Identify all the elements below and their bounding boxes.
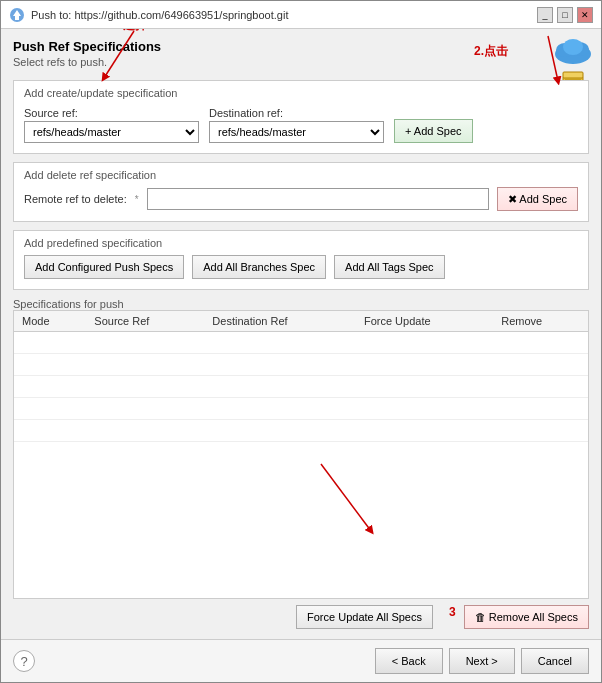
- title-bar-controls: _ □ ✕: [537, 7, 593, 23]
- create-update-label: Add create/update specification: [24, 87, 578, 99]
- push-window: Push to: https://github.com/649663951/sp…: [0, 0, 602, 683]
- force-update-all-specs-button[interactable]: Force Update All Specs: [296, 605, 433, 629]
- predefined-label: Add predefined specification: [24, 237, 578, 249]
- col-mode: Mode: [14, 311, 86, 332]
- col-force-update: Force Update: [356, 311, 493, 332]
- specs-footer: Force Update All Specs 3 🗑 Remove All Sp…: [13, 599, 589, 629]
- annotation-1: 1.选择master: [113, 29, 186, 34]
- table-row: [14, 332, 588, 354]
- source-ref-label: Source ref:: [24, 107, 199, 119]
- window-title: Push to: https://github.com/649663951/sp…: [31, 9, 288, 21]
- add-spec-button[interactable]: + Add Spec: [394, 119, 473, 143]
- table-row: [14, 398, 588, 420]
- cancel-button[interactable]: Cancel: [521, 648, 589, 674]
- remote-ref-delete-input[interactable]: [147, 188, 489, 210]
- help-button[interactable]: ?: [13, 650, 35, 672]
- bottom-bar: ? < Back Next > Cancel: [1, 639, 601, 682]
- delete-spec-label: Add delete ref specification: [24, 169, 578, 181]
- col-dest-ref: Destination Ref: [204, 311, 356, 332]
- svg-rect-7: [563, 72, 583, 78]
- table-row: [14, 354, 588, 376]
- title-bar: Push to: https://github.com/649663951/sp…: [1, 1, 601, 29]
- specs-table: Mode Source Ref Destination Ref Force Up…: [14, 311, 588, 442]
- predefined-buttons-row: Add Configured Push Specs Add All Branch…: [24, 255, 578, 279]
- table-row: [14, 420, 588, 442]
- source-ref-group: Source ref: refs/heads/master: [24, 107, 199, 143]
- delete-form-row: Remote ref to delete: * ✖ Add Spec: [24, 187, 578, 211]
- source-ref-select[interactable]: refs/heads/master: [24, 121, 199, 143]
- add-predefined-section: Add predefined specification Add Configu…: [13, 230, 589, 290]
- col-source-ref: Source Ref: [86, 311, 204, 332]
- add-create-update-section: Add create/update specification 2.点击: [13, 80, 589, 154]
- remote-ref-delete-label: Remote ref to delete:: [24, 193, 127, 205]
- create-update-form-row: Source ref: refs/heads/master Destinatio…: [24, 105, 578, 143]
- specs-for-push-label: Specifications for push: [13, 298, 589, 310]
- title-bar-left: Push to: https://github.com/649663951/sp…: [9, 7, 288, 23]
- git-push-icon: [9, 7, 25, 23]
- specs-for-push-section: Specifications for push Mode Source Ref …: [13, 298, 589, 629]
- minimize-button[interactable]: _: [537, 7, 553, 23]
- dest-ref-group: Destination ref: refs/heads/master: [209, 107, 384, 143]
- main-content: Push Ref Specifications Select refs to p…: [1, 29, 601, 639]
- dest-ref-label: Destination ref:: [209, 107, 384, 119]
- specs-table-head: Mode Source Ref Destination Ref Force Up…: [14, 311, 588, 332]
- add-all-branches-spec-button[interactable]: Add All Branches Spec: [192, 255, 326, 279]
- table-row: [14, 376, 588, 398]
- annotation-3: 3: [449, 605, 456, 629]
- next-button[interactable]: Next >: [449, 648, 515, 674]
- remove-all-specs-button[interactable]: 🗑 Remove All Specs: [464, 605, 589, 629]
- col-remove: Remove: [493, 311, 588, 332]
- maximize-button[interactable]: □: [557, 7, 573, 23]
- specs-table-body: [14, 332, 588, 442]
- add-all-tags-spec-button[interactable]: Add All Tags Spec: [334, 255, 444, 279]
- close-button[interactable]: ✕: [577, 7, 593, 23]
- dest-ref-select[interactable]: refs/heads/master: [209, 121, 384, 143]
- specs-table-header-row: Mode Source Ref Destination Ref Force Up…: [14, 311, 588, 332]
- bottom-nav-buttons: < Back Next > Cancel: [375, 648, 589, 674]
- add-configured-push-specs-button[interactable]: Add Configured Push Specs: [24, 255, 184, 279]
- add-delete-spec-button[interactable]: ✖ Add Spec: [497, 187, 578, 211]
- add-spec-btn-group: x + Add Spec: [394, 105, 473, 143]
- add-delete-section: Add delete ref specification Remote ref …: [13, 162, 589, 222]
- annotation-2: 2.点击: [474, 43, 508, 60]
- back-button[interactable]: < Back: [375, 648, 443, 674]
- specs-table-container: Mode Source Ref Destination Ref Force Up…: [13, 310, 589, 599]
- asterisk: *: [135, 194, 139, 205]
